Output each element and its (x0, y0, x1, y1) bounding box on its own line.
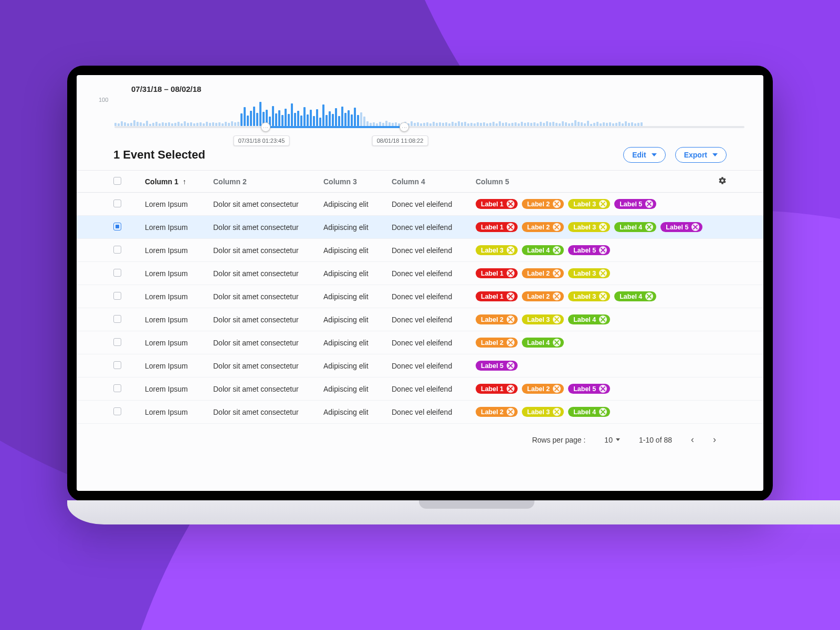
table-row[interactable]: Lorem IpsumDolor sit amet consecteturAdi… (77, 262, 763, 285)
chip-remove-icon[interactable] (599, 316, 607, 323)
row-checkbox[interactable] (113, 200, 121, 207)
cell-col2: Dolor sit amet consectetur (213, 292, 323, 301)
table-row[interactable]: Lorem IpsumDolor sit amet consecteturAdi… (77, 193, 763, 216)
chip-remove-icon[interactable] (553, 339, 561, 346)
label-chip[interactable]: Label 5 (568, 384, 610, 394)
label-chip[interactable]: Label 3 (568, 222, 610, 232)
label-chip[interactable]: Label 3 (522, 314, 564, 324)
chip-remove-icon[interactable] (599, 408, 607, 416)
chip-remove-icon[interactable] (553, 408, 561, 416)
prev-page-button[interactable]: ‹ (691, 434, 694, 445)
chip-remove-icon[interactable] (507, 408, 514, 416)
label-chip[interactable]: Label 1 (476, 199, 518, 209)
chip-remove-icon[interactable] (553, 316, 561, 323)
chip-remove-icon[interactable] (553, 200, 561, 208)
chip-remove-icon[interactable] (599, 200, 607, 208)
chip-remove-icon[interactable] (507, 269, 514, 277)
label-chip[interactable]: Label 2 (522, 199, 564, 209)
table-row[interactable]: Lorem IpsumDolor sit amet consecteturAdi… (77, 216, 763, 239)
chip-remove-icon[interactable] (507, 339, 514, 346)
chip-remove-icon[interactable] (507, 316, 514, 323)
chip-remove-icon[interactable] (553, 385, 561, 393)
label-chip[interactable]: Label 2 (476, 338, 518, 348)
label-chip[interactable]: Label 3 (568, 291, 610, 301)
chip-remove-icon[interactable] (553, 292, 561, 300)
table-row[interactable]: Lorem IpsumDolor sit amet consecteturAdi… (77, 285, 763, 308)
col-4-header[interactable]: Column 4 (392, 177, 425, 186)
chip-remove-icon[interactable] (553, 246, 561, 254)
label-chip[interactable]: Label 4 (522, 245, 564, 255)
col-2-header[interactable]: Column 2 (213, 177, 247, 186)
label-chip[interactable]: Label 5 (476, 361, 518, 371)
table-row[interactable]: Lorem IpsumDolor sit amet consecteturAdi… (77, 401, 763, 424)
chip-remove-icon[interactable] (507, 385, 514, 393)
chip-remove-icon[interactable] (507, 223, 514, 231)
chip-remove-icon[interactable] (507, 292, 514, 300)
label-chip[interactable]: Label 1 (476, 268, 518, 278)
col-5-header[interactable]: Column 5 (476, 177, 509, 186)
label-chip[interactable]: Label 3 (568, 199, 610, 209)
label-chip[interactable]: Label 4 (522, 338, 564, 348)
label-chip[interactable]: Label 3 (476, 245, 518, 255)
chip-remove-icon[interactable] (645, 292, 653, 300)
next-page-button[interactable]: › (713, 434, 716, 445)
chip-remove-icon[interactable] (507, 362, 514, 370)
label-chip[interactable]: Label 2 (476, 407, 518, 417)
chip-remove-icon[interactable] (599, 269, 607, 277)
chip-remove-icon[interactable] (599, 292, 607, 300)
row-checkbox[interactable] (113, 246, 121, 254)
label-chip[interactable]: Label 2 (522, 222, 564, 232)
cell-labels: Label 3Label 4Label 5 (476, 245, 706, 255)
range-handle-start[interactable]: 07/31/18 01:23:45 (261, 122, 270, 132)
row-checkbox[interactable] (113, 269, 121, 277)
table-row[interactable]: Lorem IpsumDolor sit amet consecteturAdi… (77, 308, 763, 331)
row-checkbox[interactable] (113, 361, 121, 369)
chip-remove-icon[interactable] (599, 223, 607, 231)
chip-remove-icon[interactable] (553, 269, 561, 277)
label-chip[interactable]: Label 1 (476, 222, 518, 232)
row-checkbox[interactable] (113, 407, 121, 415)
label-chip[interactable]: Label 1 (476, 291, 518, 301)
table-row[interactable]: Lorem IpsumDolor sit amet consecteturAdi… (77, 331, 763, 354)
label-chip[interactable]: Label 4 (614, 222, 656, 232)
table-row[interactable]: Lorem IpsumDolor sit amet consecteturAdi… (77, 377, 763, 401)
col-3-header[interactable]: Column 3 (323, 177, 357, 186)
row-checkbox[interactable] (113, 338, 121, 346)
row-checkbox[interactable] (113, 315, 121, 323)
row-checkbox[interactable] (113, 292, 121, 300)
edit-button[interactable]: Edit (623, 147, 665, 163)
table-row[interactable]: Lorem IpsumDolor sit amet consecteturAdi… (77, 354, 763, 377)
row-checkbox[interactable] (113, 384, 121, 392)
label-chip[interactable]: Label 2 (476, 314, 518, 324)
label-chip[interactable]: Label 2 (522, 268, 564, 278)
chip-remove-icon[interactable] (599, 385, 607, 393)
label-chip[interactable]: Label 2 (522, 384, 564, 394)
table-settings-button[interactable] (718, 178, 727, 186)
range-slider[interactable]: 07/31/18 01:23:45 08/01/18 11:08:22 (114, 126, 744, 128)
label-chip[interactable]: Label 4 (568, 314, 610, 324)
select-all-checkbox[interactable] (113, 177, 121, 185)
label-chip[interactable]: Label 5 (660, 222, 702, 232)
label-chip[interactable]: Label 3 (568, 268, 610, 278)
export-button[interactable]: Export (675, 147, 727, 163)
row-checkbox[interactable] (113, 223, 121, 230)
label-chip[interactable]: Label 5 (568, 245, 610, 255)
chip-remove-icon[interactable] (645, 200, 653, 208)
label-chip[interactable]: Label 2 (522, 291, 564, 301)
chip-remove-icon[interactable] (691, 223, 699, 231)
chip-remove-icon[interactable] (645, 223, 653, 231)
sort-ascending-icon[interactable]: ↑ (183, 177, 186, 186)
label-chip[interactable]: Label 3 (522, 407, 564, 417)
col-1-header[interactable]: Column 1 (145, 177, 178, 186)
table-row[interactable]: Lorem IpsumDolor sit amet consecteturAdi… (77, 239, 763, 262)
chip-remove-icon[interactable] (553, 223, 561, 231)
range-handle-end[interactable]: 08/01/18 11:08:22 (400, 122, 409, 132)
chip-remove-icon[interactable] (599, 246, 607, 254)
label-chip[interactable]: Label 4 (568, 407, 610, 417)
chip-remove-icon[interactable] (507, 200, 514, 208)
rows-per-page-select[interactable]: 10 (604, 436, 620, 444)
label-chip[interactable]: Label 4 (614, 291, 656, 301)
chip-remove-icon[interactable] (507, 246, 514, 254)
label-chip[interactable]: Label 1 (476, 384, 518, 394)
label-chip[interactable]: Label 5 (614, 199, 656, 209)
